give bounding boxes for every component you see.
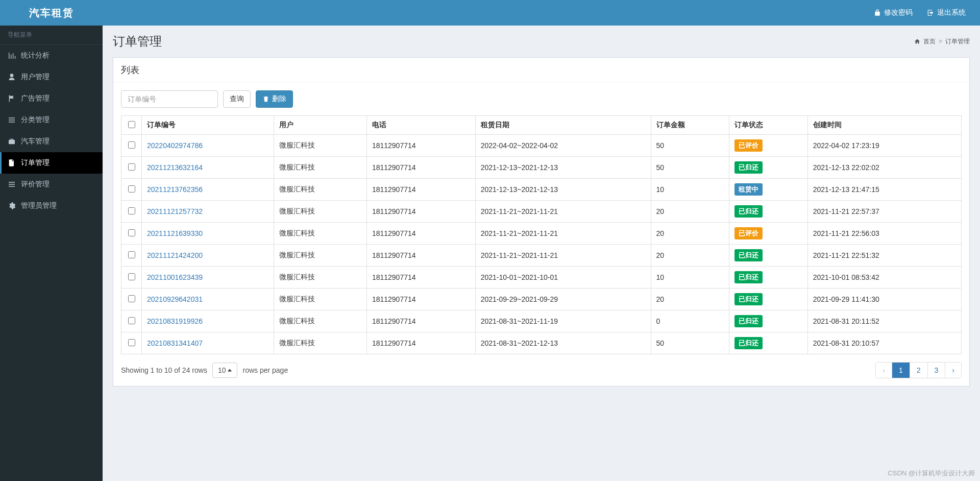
order-no-link[interactable]: 20210831919926 <box>147 317 203 325</box>
sidebar-item-label: 统计分析 <box>21 51 50 60</box>
row-checkbox[interactable] <box>128 163 135 171</box>
cell-created: 2021-11-21 22:51:32 <box>807 245 961 267</box>
cell-period: 2021-12-13~2021-12-13 <box>475 179 651 201</box>
logout-link[interactable]: 退出系统 <box>927 8 966 17</box>
cell-created: 2021-12-13 21:47:15 <box>807 179 961 201</box>
sidebar-item-7[interactable]: 管理员管理 <box>0 195 103 217</box>
cell-user: 微服汇科技 <box>274 157 367 179</box>
order-no-link[interactable]: 20211213762356 <box>147 185 203 194</box>
cell-period: 2021-11-21~2021-11-21 <box>475 245 651 267</box>
sidebar-item-label: 分类管理 <box>21 115 50 125</box>
list-icon <box>8 116 16 124</box>
sidebar-item-3[interactable]: 分类管理 <box>0 109 103 131</box>
sidebar-item-label: 广告管理 <box>21 94 50 103</box>
status-badge: 已归还 <box>734 271 763 283</box>
row-checkbox[interactable] <box>128 229 135 236</box>
sidebar: 导航菜单 统计分析用户管理广告管理分类管理汽车管理订单管理评价管理管理员管理 <box>0 26 103 481</box>
order-no-link[interactable]: 20210831341407 <box>147 339 203 347</box>
file-icon <box>8 159 16 167</box>
search-input[interactable] <box>121 90 218 108</box>
cell-phone: 18112907714 <box>366 179 475 201</box>
order-no-link[interactable]: 20211001623439 <box>147 273 203 281</box>
cell-user: 微服汇科技 <box>274 245 367 267</box>
lock-icon <box>874 9 881 16</box>
table-row: 20210929642031微服汇科技181129077142021-09-29… <box>121 288 962 310</box>
status-badge: 租赁中 <box>734 183 763 196</box>
order-no-link[interactable]: 20211121424200 <box>147 251 203 259</box>
page-next[interactable]: › <box>945 363 961 378</box>
order-no-link[interactable]: 20210929642031 <box>147 295 203 303</box>
cell-amount: 20 <box>651 201 729 223</box>
page-1[interactable]: 1 <box>892 363 910 378</box>
cell-amount: 10 <box>651 179 729 201</box>
table-row: 20210831341407微服汇科技181129077142021-08-31… <box>121 332 962 354</box>
list-panel: 列表 查询 删除 订单编号 <box>113 57 970 387</box>
delete-button[interactable]: 删除 <box>256 90 293 108</box>
breadcrumb-separator: > <box>939 38 942 45</box>
sidebar-item-label: 管理员管理 <box>21 201 57 210</box>
order-no-link[interactable]: 20211213632164 <box>147 163 203 172</box>
row-checkbox[interactable] <box>128 141 135 149</box>
page-title: 订单管理 <box>113 33 162 50</box>
row-checkbox[interactable] <box>128 339 135 346</box>
status-badge: 已归还 <box>734 205 763 218</box>
query-button[interactable]: 查询 <box>223 90 251 108</box>
change-password-label: 修改密码 <box>884 8 913 17</box>
order-no-link[interactable]: 20211121639330 <box>147 229 203 237</box>
cell-user: 微服汇科技 <box>274 288 367 310</box>
row-checkbox[interactable] <box>128 273 135 280</box>
cell-phone: 18112907714 <box>366 332 475 354</box>
col-created: 创建时间 <box>807 116 961 135</box>
breadcrumb: 首页 > 订单管理 <box>914 37 970 46</box>
delete-button-label: 删除 <box>272 94 286 104</box>
cell-phone: 18112907714 <box>366 267 475 288</box>
sidebar-item-2[interactable]: 广告管理 <box>0 88 103 109</box>
cell-phone: 18112907714 <box>366 135 475 157</box>
sidebar-item-label: 评价管理 <box>21 180 50 189</box>
bar-chart-icon <box>8 52 16 60</box>
sidebar-item-label: 汽车管理 <box>21 137 50 146</box>
col-phone: 电话 <box>366 116 475 135</box>
breadcrumb-current: 订单管理 <box>945 37 970 46</box>
order-no-link[interactable]: 20220402974786 <box>147 141 203 150</box>
table-row: 20211121424200微服汇科技181129077142021-11-21… <box>121 245 962 267</box>
cell-period: 2021-11-21~2021-11-21 <box>475 223 651 245</box>
change-password-link[interactable]: 修改密码 <box>874 8 913 17</box>
select-all-checkbox[interactable] <box>128 121 135 128</box>
status-badge: 已归还 <box>734 315 763 327</box>
top-header: 汽车租赁 修改密码 退出系统 <box>0 0 980 26</box>
status-badge: 已归还 <box>734 293 763 305</box>
sidebar-item-label: 用户管理 <box>21 73 50 82</box>
logout-label: 退出系统 <box>937 8 966 17</box>
cell-created: 2021-11-21 22:56:03 <box>807 223 961 245</box>
page-3[interactable]: 3 <box>928 363 946 378</box>
cell-phone: 18112907714 <box>366 201 475 223</box>
user-icon <box>8 73 16 81</box>
sidebar-item-5[interactable]: 订单管理 <box>0 152 103 174</box>
col-period: 租赁日期 <box>475 116 651 135</box>
sidebar-item-0[interactable]: 统计分析 <box>0 45 103 66</box>
sidebar-item-1[interactable]: 用户管理 <box>0 66 103 88</box>
list-icon <box>8 180 16 188</box>
order-no-link[interactable]: 20211121257732 <box>147 207 203 215</box>
cell-amount: 50 <box>651 157 729 179</box>
row-checkbox[interactable] <box>128 317 135 324</box>
row-checkbox[interactable] <box>128 207 135 214</box>
cell-amount: 20 <box>651 288 729 310</box>
sidebar-item-6[interactable]: 评价管理 <box>0 174 103 195</box>
briefcase-icon <box>8 137 16 146</box>
page-size-select[interactable]: 10 <box>212 363 238 378</box>
breadcrumb-home[interactable]: 首页 <box>923 37 936 46</box>
page-2[interactable]: 2 <box>910 363 928 378</box>
table-row: 20211213632164微服汇科技181129077142021-12-13… <box>121 157 962 179</box>
gear-icon <box>8 202 16 210</box>
cell-period: 2021-11-21~2021-11-21 <box>475 201 651 223</box>
row-checkbox[interactable] <box>128 185 135 193</box>
cell-created: 2021-12-13 22:02:02 <box>807 157 961 179</box>
sidebar-item-4[interactable]: 汽车管理 <box>0 131 103 152</box>
row-checkbox[interactable] <box>128 295 135 302</box>
toolbar: 查询 删除 <box>121 90 962 108</box>
row-checkbox[interactable] <box>128 251 135 258</box>
table-row: 20211213762356微服汇科技181129077142021-12-13… <box>121 179 962 201</box>
cell-created: 2021-09-29 11:41:30 <box>807 288 961 310</box>
